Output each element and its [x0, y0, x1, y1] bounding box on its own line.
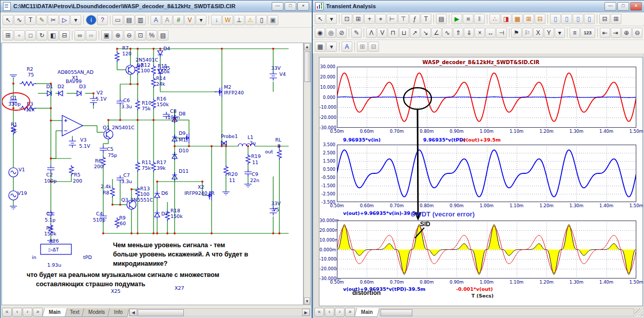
clipboard-icon[interactable]: ▣ [268, 15, 278, 25]
condition-display-icon[interactable]: ⊥ [234, 15, 244, 25]
layout-vertical-icon[interactable]: ⊞ [611, 14, 621, 24]
horizontal-scrollbar[interactable]: ◀ ▶ [129, 308, 310, 316]
rotate-icon[interactable]: ↻ [36, 30, 47, 41]
hscroll-thumb[interactable] [138, 309, 184, 316]
waveform-list-icon[interactable]: ≡ [570, 28, 580, 38]
flip-x-icon[interactable]: ◧ [48, 30, 59, 41]
fall-icon[interactable]: ↘ [421, 28, 431, 38]
properties-icon[interactable]: ▤ [436, 14, 447, 24]
cursor-medium-icon[interactable]: ◎ [326, 28, 336, 38]
scroll-left-button[interactable]: ◀ [129, 309, 137, 316]
vertical-tag-icon[interactable]: ⊤ [398, 14, 409, 24]
minimize-button[interactable]: — [272, 2, 283, 11]
region-select-icon[interactable]: ▭ [112, 15, 123, 25]
next-page-button[interactable]: › [335, 308, 345, 317]
vscroll-thumb[interactable] [305, 51, 311, 82]
plus-mark-icon[interactable]: ⊞ [523, 14, 534, 24]
inflection-icon[interactable]: ∿ [442, 28, 452, 38]
first-page-button[interactable]: « [314, 308, 324, 317]
rise-icon[interactable]: ↗ [410, 28, 420, 38]
scroll-right-button[interactable]: ▶ [302, 309, 310, 316]
page-copy-icon[interactable]: ▤ [158, 30, 168, 41]
select-dropdown-icon[interactable]: ▾ [326, 14, 337, 24]
schematic-canvas[interactable]: R71202N5401CQ2D4D5R12100R15150kR1424k33V… [2, 43, 304, 305]
next-page-button[interactable]: › [23, 308, 32, 317]
tab-main[interactable]: Main [42, 308, 67, 317]
zoom-percent-icon[interactable]: % [146, 30, 157, 41]
width-icon[interactable]: ⊣ [496, 28, 506, 38]
cursor-dropdown-icon[interactable]: ▾ [555, 28, 565, 38]
grid-text-icon[interactable]: A [150, 15, 161, 25]
data-points-icon[interactable]: ∴ [489, 14, 500, 24]
pin-connections-icon[interactable]: ▯ [256, 15, 267, 25]
valley-icon[interactable]: V [377, 28, 387, 38]
close-button[interactable]: × [297, 2, 309, 11]
ruler-icon[interactable]: ▦ [512, 14, 523, 24]
tag-left-icon[interactable]: ⚑ [511, 28, 521, 38]
global-low-icon[interactable]: ⇓ [464, 28, 474, 38]
high-icon[interactable]: ⊓ [388, 28, 398, 38]
cursor-large-icon[interactable]: ◉ [315, 28, 325, 38]
prev-page-button[interactable]: ‹ [12, 308, 22, 317]
run-button[interactable]: ▶ [451, 14, 462, 24]
pane-double-icon[interactable]: ▯ [561, 14, 572, 24]
minimize-button[interactable]: — [604, 2, 616, 11]
text-tool-icon[interactable]: T [421, 14, 431, 24]
wire-mode-icon[interactable]: ∿ [14, 15, 25, 25]
crossing-icon[interactable]: × [475, 28, 485, 38]
prev-page-button[interactable]: ‹ [325, 308, 334, 317]
component-dropdown-icon[interactable]: ▾ [70, 15, 81, 25]
zoom-in-icon[interactable]: ⊕ [621, 28, 632, 38]
flip-y-icon[interactable]: ⊟ [59, 30, 70, 41]
right-titlebar[interactable]: Transient Analysis —□× [313, 1, 644, 12]
stop-button[interactable]: ■ [463, 14, 473, 24]
help-mode-icon[interactable]: ? [97, 15, 108, 25]
pane-single-icon[interactable]: ▯ [550, 14, 561, 24]
edit-curve-icon[interactable]: ✎ [351, 28, 362, 38]
zoom-in-icon[interactable]: ⊕ [112, 30, 123, 41]
close-button[interactable]: × [630, 2, 642, 11]
new-annotation-icon[interactable]: ⊞ [3, 30, 13, 41]
node-numbers-icon[interactable]: # [173, 15, 184, 25]
right-horizontal-scrollbar[interactable] [379, 308, 634, 316]
maximize-button[interactable]: □ [617, 2, 629, 11]
zoom-window-icon[interactable]: ⊡ [342, 14, 352, 24]
left-titlebar[interactable]: C:\MC11\DATA\Petrov\LDsound\decoder\WASP… [1, 1, 312, 12]
first-page-button[interactable]: « [2, 308, 12, 317]
scale-mode-icon[interactable]: ⊞ [353, 14, 364, 24]
pane-quad-icon[interactable]: ▯ [584, 14, 595, 24]
select-region-icon[interactable]: ▫ [14, 30, 25, 41]
scroll-down-button[interactable]: ▼ [304, 297, 310, 305]
text-mode-icon[interactable]: T [25, 15, 36, 25]
performance-tag-icon[interactable]: ƒ [409, 14, 420, 24]
horizontal-tag-icon[interactable]: ⊢ [387, 14, 397, 24]
warning-icon[interactable]: ⚠ [245, 15, 256, 25]
scroll-up-button[interactable]: ▲ [304, 43, 310, 50]
component-mode-icon[interactable]: ▷ [59, 15, 70, 25]
tokens-icon[interactable]: ◨ [501, 14, 512, 24]
node-voltages-icon[interactable]: V [184, 15, 195, 25]
go-to-x-icon[interactable]: X [533, 28, 543, 38]
find-repeat-icon[interactable]: ∞ [86, 30, 97, 41]
info-mode-icon[interactable]: i [86, 15, 97, 25]
attribute-text-icon[interactable]: A [162, 15, 173, 25]
display-dropdown-icon[interactable]: ▾ [196, 15, 206, 25]
low-icon[interactable]: ⊔ [399, 28, 409, 38]
copy-page-icon[interactable]: ⊞ [357, 42, 368, 52]
point-tag-icon[interactable]: ⌖ [375, 14, 386, 24]
right-hscroll-thumb[interactable] [381, 309, 412, 316]
select-mode-icon[interactable]: ↖ [315, 14, 326, 24]
power-display-icon[interactable]: W [222, 15, 233, 25]
grid-dropdown-icon[interactable]: ▾ [326, 42, 337, 52]
find-icon[interactable]: ∞ [74, 30, 85, 41]
zoom-out-icon[interactable]: ⊖ [632, 28, 642, 38]
slope-icon[interactable]: ∠ [431, 28, 442, 38]
box-tool-icon[interactable]: □ [25, 30, 36, 41]
current-display-icon[interactable]: ↓ [211, 15, 222, 25]
grid-options-icon[interactable]: ▦ [315, 42, 326, 52]
graphics-mode-icon[interactable]: ✎ [36, 15, 47, 25]
zoom-area-icon[interactable]: ⊡ [135, 30, 146, 41]
tag-right-icon[interactable]: ⚐ [522, 28, 533, 38]
cut-icon[interactable]: ✂ [48, 15, 59, 25]
copy-window-icon[interactable]: ⊟ [368, 42, 379, 52]
